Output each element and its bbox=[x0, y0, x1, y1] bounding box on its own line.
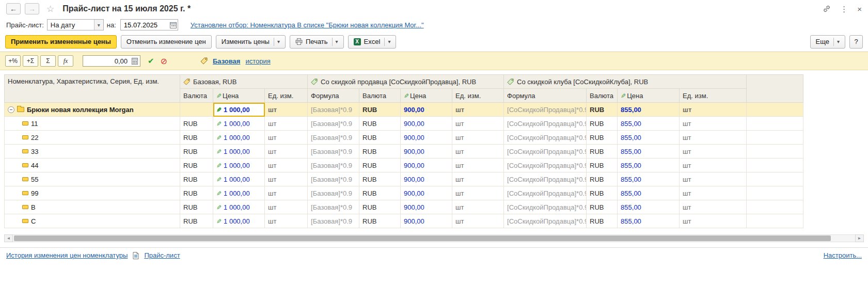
nomenclature-cell[interactable]: 55 bbox=[5, 172, 180, 186]
tree-collapse-icon[interactable] bbox=[8, 106, 14, 113]
base-currency-cell[interactable]: RUB bbox=[180, 172, 213, 186]
sum-button[interactable]: Σ bbox=[40, 55, 56, 67]
nomenclature-cell[interactable]: B bbox=[5, 200, 180, 214]
discard-icon[interactable]: ⊘ bbox=[161, 56, 167, 66]
seller-price-cell[interactable]: 900,00 bbox=[401, 214, 452, 228]
seller-unit-cell[interactable]: шт bbox=[452, 103, 504, 117]
amount-value[interactable]: 0,00 bbox=[83, 57, 130, 65]
club-formula-cell[interactable]: [СоСкидкойПродавца]*0.95 bbox=[504, 145, 587, 159]
club-price-cell[interactable]: 855,00 bbox=[618, 103, 680, 117]
scroll-right-icon[interactable]: ► bbox=[855, 234, 864, 242]
chevron-down-icon[interactable]: ▾ bbox=[833, 38, 840, 46]
base-currency-cell[interactable]: RUB bbox=[180, 131, 213, 145]
club-currency-cell[interactable]: RUB bbox=[587, 200, 618, 214]
seller-formula-cell[interactable]: [Базовая]*0.9 bbox=[308, 186, 359, 200]
nomenclature-cell[interactable]: C bbox=[5, 214, 180, 228]
seller-unit-cell[interactable]: шт bbox=[452, 145, 504, 159]
favorite-star-icon[interactable]: ☆ bbox=[46, 4, 54, 14]
scroll-left-icon[interactable]: ◄ bbox=[4, 234, 13, 242]
club-unit-cell[interactable]: шт bbox=[680, 159, 747, 172]
club-formula-cell[interactable]: [СоСкидкойПродавца]*0.95 bbox=[504, 172, 587, 186]
scrollbar-thumb[interactable] bbox=[14, 235, 831, 241]
club-unit-cell[interactable]: шт bbox=[680, 172, 747, 186]
seller-formula-cell[interactable]: [Базовая]*0.9 bbox=[308, 145, 359, 159]
seller-price-cell[interactable]: 900,00 bbox=[401, 117, 452, 131]
nomenclature-cell[interactable]: 44 bbox=[5, 159, 180, 172]
base-currency-cell[interactable]: RUB bbox=[180, 214, 213, 228]
seller-currency-cell[interactable]: RUB bbox=[359, 200, 401, 214]
horizontal-scrollbar[interactable]: ◄ ► bbox=[4, 234, 864, 242]
chevron-down-icon[interactable]: ▾ bbox=[384, 38, 390, 46]
price-change-history-link[interactable]: История изменения цен номенклатуры bbox=[6, 251, 128, 259]
club-currency-cell[interactable]: RUB bbox=[587, 145, 618, 159]
seller-formula-cell[interactable]: [Базовая]*0.9 bbox=[308, 103, 359, 117]
base-price-cell[interactable]: 1 000,00 bbox=[213, 172, 265, 186]
club-currency-cell[interactable]: RUB bbox=[587, 172, 618, 186]
seller-currency-cell[interactable]: RUB bbox=[359, 131, 401, 145]
club-price-cell[interactable]: 855,00 bbox=[618, 200, 680, 214]
base-price-cell[interactable]: 1 000,00 bbox=[213, 214, 265, 228]
club-currency-cell[interactable]: RUB bbox=[587, 159, 618, 172]
club-unit-cell[interactable]: шт bbox=[680, 145, 747, 159]
club-unit-cell[interactable]: шт bbox=[680, 131, 747, 145]
seller-currency-cell[interactable]: RUB bbox=[359, 117, 401, 131]
base-unit-cell[interactable]: шт bbox=[265, 172, 308, 186]
club-formula-cell[interactable]: [СоСкидкойПродавца]*0.95 bbox=[504, 159, 587, 172]
calendar-icon[interactable] bbox=[169, 20, 178, 30]
club-currency-cell[interactable]: RUB bbox=[587, 103, 618, 117]
seller-unit-cell[interactable]: шт bbox=[452, 117, 504, 131]
seller-price-cell[interactable]: 900,00 bbox=[401, 159, 452, 172]
seller-currency-cell[interactable]: RUB bbox=[359, 214, 401, 228]
club-price-cell[interactable]: 855,00 bbox=[618, 117, 680, 131]
seller-currency-cell[interactable]: RUB bbox=[359, 172, 401, 186]
seller-currency-cell[interactable]: RUB bbox=[359, 186, 401, 200]
club-formula-cell[interactable]: [СоСкидкойПродавца]*0.95 bbox=[504, 117, 587, 131]
club-formula-cell[interactable]: [СоСкидкойПродавца]*0.95 bbox=[504, 103, 587, 117]
date-input[interactable] bbox=[121, 21, 169, 29]
base-unit-cell[interactable]: шт bbox=[265, 117, 308, 131]
cancel-price-change-button[interactable]: Отменить изменение цен bbox=[121, 35, 212, 49]
base-currency-cell[interactable]: RUB bbox=[180, 200, 213, 214]
club-unit-cell[interactable]: шт bbox=[680, 117, 747, 131]
seller-price-cell[interactable]: 900,00 bbox=[401, 200, 452, 214]
club-unit-cell[interactable]: шт bbox=[680, 103, 747, 117]
seller-price-cell[interactable]: 900,00 bbox=[401, 172, 452, 186]
club-price-cell[interactable]: 855,00 bbox=[618, 214, 680, 228]
seller-unit-cell[interactable]: шт bbox=[452, 172, 504, 186]
base-price-cell[interactable]: 1 000,00 bbox=[213, 145, 265, 159]
club-formula-cell[interactable]: [СоСкидкойПродавца]*0.95 bbox=[504, 214, 587, 228]
back-button[interactable]: ← bbox=[6, 3, 21, 14]
chevron-down-icon[interactable]: ▾ bbox=[332, 38, 338, 46]
base-unit-cell[interactable]: шт bbox=[265, 200, 308, 214]
history-link[interactable]: история bbox=[245, 57, 270, 65]
nomenclature-cell[interactable]: Брюки новая коллекция Morgan bbox=[5, 103, 180, 117]
nomenclature-cell[interactable]: 99 bbox=[5, 186, 180, 200]
base-unit-cell[interactable]: шт bbox=[265, 145, 308, 159]
print-button[interactable]: Печать ▾ bbox=[290, 35, 344, 49]
club-formula-cell[interactable]: [СоСкидкойПродавца]*0.95 bbox=[504, 131, 587, 145]
chevron-down-icon[interactable]: ▾ bbox=[274, 38, 280, 46]
seller-price-cell[interactable]: 900,00 bbox=[401, 145, 452, 159]
seller-formula-cell[interactable]: [Базовая]*0.9 bbox=[308, 200, 359, 214]
base-unit-cell[interactable]: шт bbox=[265, 131, 308, 145]
price-list-mode-select[interactable]: На дату ▾ bbox=[47, 19, 104, 30]
seller-price-cell[interactable]: 900,00 bbox=[401, 131, 452, 145]
configure-link[interactable]: Настроить... bbox=[824, 251, 862, 259]
base-currency-cell[interactable] bbox=[180, 103, 213, 117]
add-percent-button[interactable]: +% bbox=[5, 55, 21, 67]
club-price-cell[interactable]: 855,00 bbox=[618, 172, 680, 186]
seller-unit-cell[interactable]: шт bbox=[452, 131, 504, 145]
club-unit-cell[interactable]: шт bbox=[680, 200, 747, 214]
club-price-cell[interactable]: 855,00 bbox=[618, 186, 680, 200]
calculator-icon[interactable] bbox=[130, 56, 140, 66]
base-currency-cell[interactable]: RUB bbox=[180, 159, 213, 172]
seller-price-cell[interactable]: 900,00 bbox=[401, 103, 452, 117]
seller-unit-cell[interactable]: шт bbox=[452, 200, 504, 214]
more-button[interactable]: Еще ▾ bbox=[810, 35, 845, 49]
seller-formula-cell[interactable]: [Базовая]*0.9 bbox=[308, 159, 359, 172]
scrollbar-track[interactable] bbox=[13, 234, 855, 242]
seller-unit-cell[interactable]: шт bbox=[452, 214, 504, 228]
close-icon[interactable]: × bbox=[857, 5, 862, 13]
seller-currency-cell[interactable]: RUB bbox=[359, 103, 401, 117]
club-price-cell[interactable]: 855,00 bbox=[618, 145, 680, 159]
